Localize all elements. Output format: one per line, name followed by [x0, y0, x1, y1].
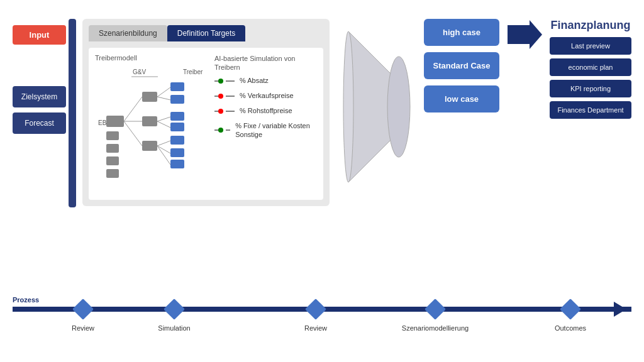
main-box: Szenarienbildung Definition Targets Trei…: [82, 19, 330, 206]
treibermodell-title: Treibermodell: [95, 54, 208, 62]
svg-point-21: [218, 128, 223, 133]
driver-row-4: % Fixe / variable Kosten Sonstige: [214, 121, 317, 140]
driver-row-2: % Verkaufspreise: [214, 91, 317, 101]
economic-plan-button[interactable]: economic plan: [550, 58, 631, 76]
blue-node-4: [170, 123, 184, 131]
step-outcomes: Outcomes: [555, 324, 586, 332]
driver-indicator-1: [214, 76, 235, 86]
diamond-review-2: [305, 299, 326, 320]
diamond-outcomes: [560, 299, 581, 320]
sub-node-3: [106, 156, 119, 165]
diamond-simulation: [164, 299, 185, 320]
prozess-label: Prozess: [13, 296, 39, 304]
drivers-section: AI-basierte Simulation von Treibern % Ab…: [214, 54, 317, 194]
svg-line-3: [124, 121, 142, 146]
arrow-area: [506, 19, 543, 50]
ebit-node: [106, 116, 124, 127]
finanzplanung-title: Finanzplanung: [550, 19, 631, 32]
driver-label-3: % Rohstoffpreise: [240, 106, 292, 115]
left-bar: [69, 19, 76, 207]
svg-point-12: [218, 79, 223, 84]
step-simulation: Simulation: [158, 324, 190, 332]
tree-gv-label: G&V: [133, 69, 146, 75]
tab-szenarienbildung[interactable]: Szenarienbildung: [89, 25, 167, 41]
driver-indicator-4: [214, 124, 230, 136]
finances-department-button[interactable]: Finances Department: [550, 101, 631, 119]
step-review-1: Review: [72, 324, 94, 332]
main-box-body: Treibermodell G&V Treiber EBIT: [89, 48, 323, 200]
kpi-reporting-button[interactable]: KPI reporting: [550, 80, 631, 97]
svg-point-18: [218, 109, 223, 114]
blue-node-5: [170, 136, 184, 145]
bottom-area: Prozess Review Simulation Review Szenari…: [0, 293, 644, 362]
svg-point-24: [387, 57, 410, 157]
driver-indicator-3: [214, 106, 235, 116]
driver-row-3: % Rohstoffpreise: [214, 106, 317, 116]
mid-node-3: [142, 141, 157, 151]
sub-node-2: [106, 144, 119, 153]
main-container: Input Zielsystem Forecast Szenarienbildu…: [0, 0, 644, 362]
svg-line-7: [157, 121, 170, 128]
driver-label-1: % Absatz: [240, 76, 269, 85]
svg-point-15: [218, 94, 223, 99]
left-section: Input Zielsystem Forecast: [13, 19, 76, 207]
blue-node-2: [170, 95, 184, 104]
driver-label-4: % Fixe / variable Kosten Sonstige: [235, 121, 317, 140]
svg-line-6: [157, 117, 170, 121]
driver-row-1: % Absatz: [214, 76, 317, 86]
mid-node-2: [142, 116, 157, 126]
left-sidebar: Input Zielsystem Forecast: [13, 19, 66, 207]
blue-node-1: [170, 82, 184, 91]
svg-line-9: [157, 146, 170, 153]
timeline-arrow: [614, 302, 626, 317]
tree-treiber-label: Treiber: [183, 69, 203, 75]
cases-area: high case Standard Case low case: [424, 19, 499, 112]
process-bar: Prozess Review Simulation Review Szenari…: [13, 293, 631, 362]
high-case-button[interactable]: high case: [424, 19, 499, 46]
svg-line-4: [157, 87, 170, 97]
svg-line-10: [157, 146, 170, 165]
diamond-review-1: [72, 299, 94, 320]
right-arrow-icon: [508, 19, 542, 50]
standard-case-button[interactable]: Standard Case: [424, 52, 499, 79]
step-review-2: Review: [304, 324, 327, 332]
finanzplanung-area: Finanzplanung Last preview economic plan…: [550, 19, 631, 123]
diamond-szenario: [425, 299, 446, 320]
funnel-svg: [342, 19, 411, 195]
zielsystem-button[interactable]: Zielsystem: [13, 86, 66, 107]
mid-node-1: [142, 92, 157, 102]
funnel-area: [336, 19, 418, 195]
sub-node-1: [106, 131, 119, 140]
input-button[interactable]: Input: [13, 25, 66, 45]
driver-indicator-2: [214, 91, 235, 101]
blue-node-3: [170, 112, 184, 121]
svg-point-25: [343, 31, 353, 182]
tree-diagram: G&V Treiber EBIT: [95, 65, 205, 191]
svg-marker-26: [508, 20, 542, 49]
blue-node-7: [170, 160, 184, 168]
svg-line-5: [157, 97, 170, 100]
sub-node-4: [106, 169, 119, 178]
svg-line-8: [157, 141, 170, 146]
forecast-button[interactable]: Forecast: [13, 112, 66, 134]
ai-simulation-title: AI-basierte Simulation von Treibern: [214, 54, 317, 72]
top-area: Input Zielsystem Forecast Szenarienbildu…: [0, 0, 644, 293]
main-box-header: Szenarienbildung Definition Targets: [89, 25, 323, 41]
svg-line-1: [124, 97, 142, 121]
driver-label-2: % Verkaufspreise: [240, 91, 294, 100]
step-szenario: Szenariomodellierung: [402, 324, 469, 332]
tab-definition-targets[interactable]: Definition Targets: [167, 25, 246, 41]
tree-section: Treibermodell G&V Treiber EBIT: [95, 54, 208, 194]
blue-node-6: [170, 148, 184, 157]
last-preview-button[interactable]: Last preview: [550, 37, 631, 55]
low-case-button[interactable]: low case: [424, 85, 499, 112]
